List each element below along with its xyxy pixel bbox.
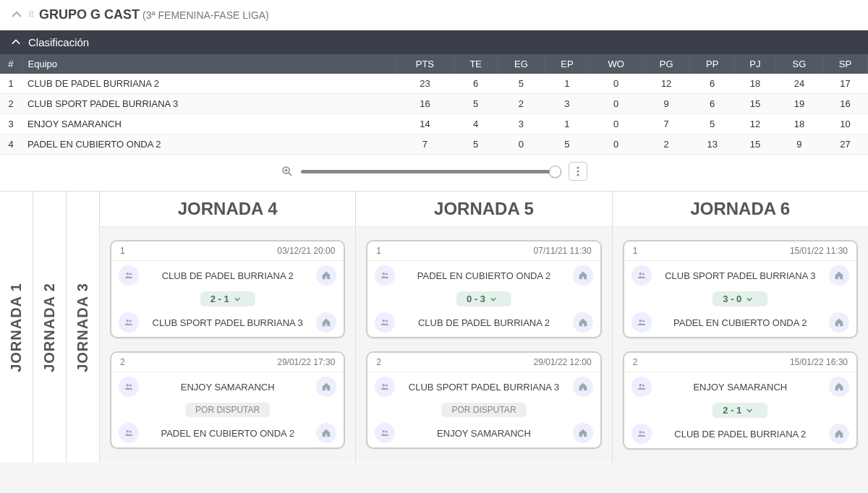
svg-point-21 bbox=[383, 430, 386, 433]
home-icon[interactable] bbox=[573, 312, 593, 333]
group-title: GRUPO G CAST bbox=[39, 7, 140, 22]
jornada-tab-2[interactable]: JORNADA 2 bbox=[33, 192, 67, 463]
team-name: CLUB SPORT PADEL BURRIANA 3 bbox=[395, 382, 572, 393]
standings-table: #EquipoPTSTEEGEPWOPGPPPJSGSP 1CLUB DE PA… bbox=[0, 54, 868, 155]
classification-label: Clasificación bbox=[28, 36, 89, 48]
match-card[interactable]: 215/01/22 16:30ENJOY SAMARANCH2 - 1CLUB … bbox=[623, 351, 858, 450]
zoom-in-icon[interactable] bbox=[281, 165, 294, 178]
match-card[interactable]: 229/01/22 12:00CLUB SPORT PADEL BURRIANA… bbox=[366, 351, 601, 449]
team-users-icon[interactable] bbox=[375, 265, 395, 286]
jornada-column-body: 107/11/21 11:30PADEL EN CUBIERTO ONDA 20… bbox=[356, 227, 611, 462]
match-header: 229/01/22 12:00 bbox=[367, 353, 600, 372]
match-date: 29/01/22 17:30 bbox=[277, 357, 335, 367]
zoom-slider[interactable] bbox=[301, 170, 561, 173]
team-users-icon[interactable] bbox=[375, 312, 395, 333]
cell-wo: 0 bbox=[590, 94, 643, 114]
jornada-column-title: JORNADA 5 bbox=[356, 192, 611, 227]
home-icon[interactable] bbox=[316, 312, 336, 333]
home-icon[interactable] bbox=[316, 423, 336, 443]
standings-col-pj: PJ bbox=[735, 54, 776, 74]
team-users-icon[interactable] bbox=[631, 265, 652, 286]
match-team-row: ENJOY SAMARANCH bbox=[624, 372, 856, 401]
svg-point-26 bbox=[642, 320, 644, 322]
more-options-button[interactable] bbox=[569, 162, 587, 181]
home-icon[interactable] bbox=[829, 424, 849, 444]
svg-point-20 bbox=[386, 385, 388, 387]
cell-pts: 7 bbox=[396, 134, 454, 155]
home-icon[interactable] bbox=[573, 265, 593, 286]
team-users-icon[interactable] bbox=[631, 312, 652, 333]
classification-bar[interactable]: Clasificación bbox=[0, 30, 868, 54]
zoom-slider-thumb[interactable] bbox=[549, 166, 561, 178]
cell-sg: 24 bbox=[775, 74, 822, 94]
home-icon[interactable] bbox=[316, 377, 336, 397]
cell-sp: 16 bbox=[823, 94, 868, 114]
standings-col-pp: PP bbox=[690, 54, 735, 74]
team-users-icon[interactable] bbox=[119, 423, 139, 443]
cell-pj: 18 bbox=[735, 74, 776, 94]
team-users-icon[interactable] bbox=[631, 424, 652, 444]
score-pill[interactable]: 2 - 1 bbox=[712, 403, 767, 418]
score-pill[interactable]: 2 - 1 bbox=[200, 291, 255, 306]
home-icon[interactable] bbox=[573, 377, 593, 397]
jornada-tab-3[interactable]: JORNADA 3 bbox=[67, 192, 100, 463]
group-subtitle: (3ª FEMENINA-FASE LIGA) bbox=[142, 9, 269, 21]
cell-team: PADEL EN CUBIERTO ONDA 2 bbox=[22, 134, 396, 155]
collapse-group-icon[interactable] bbox=[11, 9, 22, 21]
svg-point-5 bbox=[577, 171, 579, 173]
svg-point-15 bbox=[383, 273, 386, 275]
cell-wo: 0 bbox=[590, 114, 643, 134]
svg-point-25 bbox=[639, 320, 642, 322]
team-name: ENJOY SAMARANCH bbox=[395, 428, 572, 439]
cell-pp: 6 bbox=[690, 74, 735, 94]
cell-eg: 2 bbox=[498, 94, 545, 114]
zoom-controls bbox=[0, 155, 868, 191]
home-icon[interactable] bbox=[829, 265, 849, 286]
team-users-icon[interactable] bbox=[375, 377, 395, 397]
svg-point-30 bbox=[642, 432, 644, 434]
chevron-down-icon bbox=[746, 407, 753, 414]
match-number: 1 bbox=[376, 246, 381, 256]
cell-pg: 2 bbox=[643, 134, 690, 155]
cell-eg: 5 bbox=[498, 74, 545, 94]
home-icon[interactable] bbox=[316, 265, 336, 286]
team-users-icon[interactable] bbox=[119, 265, 139, 286]
group-header: ⠿ GRUPO G CAST (3ª FEMENINA-FASE LIGA) bbox=[0, 0, 868, 30]
match-date: 07/11/21 11:30 bbox=[534, 246, 592, 256]
svg-point-13 bbox=[127, 430, 129, 433]
jornada-column-body: 103/12/21 20:00CLUB DE PADEL BURRIANA 22… bbox=[100, 227, 355, 462]
team-users-icon[interactable] bbox=[375, 423, 395, 443]
match-card[interactable]: 115/01/22 11:30CLUB SPORT PADEL BURRIANA… bbox=[623, 240, 858, 338]
team-users-icon[interactable] bbox=[119, 377, 139, 397]
match-team-row: PADEL EN CUBIERTO ONDA 2 bbox=[367, 261, 600, 290]
jornada-tab-1[interactable]: JORNADA 1 bbox=[0, 192, 33, 463]
svg-point-24 bbox=[642, 273, 644, 275]
svg-point-19 bbox=[383, 384, 386, 387]
match-header: 107/11/21 11:30 bbox=[367, 241, 600, 261]
match-team-row: CLUB SPORT PADEL BURRIANA 3 bbox=[111, 308, 344, 337]
cell-pg: 7 bbox=[643, 114, 690, 134]
home-icon[interactable] bbox=[573, 423, 593, 443]
cell-pts: 23 bbox=[396, 74, 454, 94]
standings-row: 3ENJOY SAMARANCH14431075121810 bbox=[0, 114, 868, 134]
match-card[interactable]: 107/11/21 11:30PADEL EN CUBIERTO ONDA 20… bbox=[366, 240, 601, 338]
home-icon[interactable] bbox=[829, 377, 849, 397]
standings-col-sp: SP bbox=[823, 54, 868, 74]
standings-col-te: TE bbox=[454, 54, 498, 74]
pending-badge: POR DISPUTAR bbox=[185, 403, 270, 417]
home-icon[interactable] bbox=[829, 312, 849, 333]
standings-col-pg: PG bbox=[643, 54, 690, 74]
svg-point-22 bbox=[386, 431, 388, 433]
team-users-icon[interactable] bbox=[631, 377, 652, 397]
collapse-classification-icon[interactable] bbox=[11, 38, 21, 48]
cell-pp: 6 bbox=[690, 94, 735, 114]
match-number: 2 bbox=[376, 357, 381, 367]
drag-handle-icon[interactable]: ⠿ bbox=[28, 10, 33, 20]
score-pill[interactable]: 0 - 3 bbox=[456, 291, 511, 306]
cell-pp: 5 bbox=[690, 114, 735, 134]
score-pill[interactable]: 3 - 0 bbox=[712, 291, 767, 306]
match-team-row: ENJOY SAMARANCH bbox=[111, 372, 344, 401]
team-users-icon[interactable] bbox=[119, 312, 139, 333]
match-card[interactable]: 103/12/21 20:00CLUB DE PADEL BURRIANA 22… bbox=[110, 240, 345, 338]
match-card[interactable]: 229/01/22 17:30ENJOY SAMARANCHPOR DISPUT… bbox=[110, 351, 345, 449]
